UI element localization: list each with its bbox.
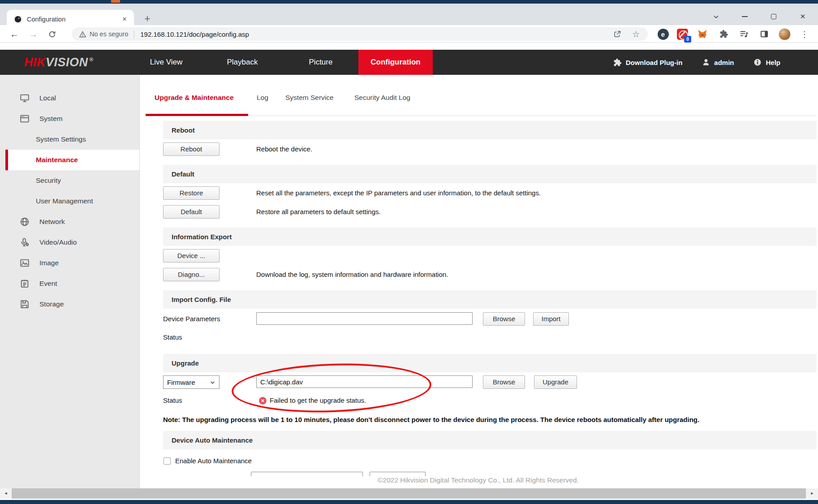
default-button[interactable]: Default — [163, 205, 220, 219]
sidebar-item-security[interactable]: Security — [0, 170, 139, 191]
monitor-icon — [20, 93, 30, 103]
tab-security-audit-log[interactable]: Security Audit Log — [354, 91, 410, 104]
extension-badge: 0 — [684, 36, 691, 43]
upgrade-type-select[interactable]: Firmware — [163, 375, 220, 389]
help-link[interactable]: Help — [766, 59, 780, 66]
window-frame-bottom — [0, 500, 818, 504]
upgrade-note: Note: The upgrading process will be 1 to… — [163, 416, 813, 423]
sidebar-item-user-management[interactable]: User Management — [0, 191, 139, 211]
section-header-upgrade: Upgrade — [163, 354, 817, 372]
import-browse-button[interactable]: Browse — [483, 312, 525, 326]
extension-e-icon[interactable]: e — [657, 28, 669, 40]
reboot-button[interactable]: Reboot — [163, 142, 220, 156]
window-close-button[interactable]: ✕ — [796, 11, 809, 22]
import-status-label: Status — [163, 331, 182, 344]
restore-description: Reset all the parameters, except the IP … — [256, 186, 541, 200]
extensions-puzzle-icon[interactable] — [718, 28, 730, 40]
window-minimize-button[interactable] — [738, 11, 751, 22]
app-header: HIKVISION® Live View Playback Picture Co… — [0, 50, 818, 75]
user-icon — [702, 58, 710, 66]
sidebar-item-local[interactable]: Local — [0, 88, 139, 108]
microphone-icon — [20, 237, 30, 247]
extension-adblock-icon[interactable]: 0 — [676, 28, 689, 40]
plugin-puzzle-icon — [613, 58, 622, 67]
sidebar-item-event[interactable]: Event — [0, 273, 139, 294]
image-icon — [20, 258, 30, 268]
storage-disk-icon — [20, 299, 30, 309]
side-panel-icon[interactable] — [758, 28, 771, 40]
diagnose-export-button[interactable]: Diagno... — [163, 268, 220, 281]
device-parameters-label: Device Parameters — [163, 312, 220, 326]
device-export-button[interactable]: Device ... — [163, 249, 220, 263]
upgrade-browse-button[interactable]: Browse — [483, 375, 525, 389]
sidebar-item-video-audio[interactable]: Video/Audio — [0, 232, 139, 253]
sidebar-item-storage[interactable]: Storage — [0, 294, 139, 314]
browser-menu-dots-icon[interactable]: ⋮ — [798, 28, 811, 40]
enable-auto-maintenance-checkbox[interactable] — [164, 457, 171, 465]
auto-maintenance-field-cutoff-2[interactable] — [370, 472, 426, 476]
upgrade-status-label: Status — [163, 394, 182, 407]
help-icon — [753, 58, 762, 66]
upgrade-button[interactable]: Upgrade — [534, 375, 577, 389]
scrollbar-right-arrow[interactable]: ► — [807, 488, 818, 499]
import-button[interactable]: Import — [533, 312, 569, 326]
browser-tab-strip: Configuration ✕ + ✕ — [0, 4, 818, 25]
system-window-icon — [20, 114, 30, 124]
reload-button[interactable] — [46, 28, 58, 40]
tab-log[interactable]: Log — [257, 91, 268, 104]
page-top-margin — [0, 43, 818, 50]
event-notepad-icon — [20, 279, 30, 289]
tab-close-icon[interactable]: ✕ — [121, 15, 129, 23]
new-tab-button[interactable]: + — [142, 13, 153, 25]
playlist-icon[interactable] — [738, 28, 750, 40]
security-warning-label[interactable]: No es seguro — [90, 30, 128, 38]
scrollbar-left-arrow[interactable]: ◄ — [0, 488, 11, 499]
enable-auto-maintenance-label: Enable Auto Maintenance — [175, 454, 252, 468]
download-plugin-link[interactable]: Download Plug-in — [626, 59, 683, 66]
tab-upgrade-maintenance[interactable]: Upgrade & Maintenance — [155, 91, 234, 104]
security-warning-icon — [79, 30, 86, 38]
browser-window: Configuration ✕ + ✕ ← → No es seguro 192… — [0, 0, 818, 504]
address-bar[interactable]: No es seguro 192.168.10.121/doc/page/con… — [72, 27, 648, 41]
forward-button: → — [27, 28, 39, 40]
user-name[interactable]: admin — [714, 59, 734, 66]
window-frame-top — [0, 0, 818, 4]
tab-search-chevron-icon[interactable] — [710, 11, 722, 22]
bookmark-star-icon[interactable]: ☆ — [632, 29, 640, 39]
device-parameters-input[interactable] — [256, 312, 473, 325]
section-header-reboot: Reboot — [163, 121, 817, 139]
sidebar: Local System System Settings Maintenance… — [0, 75, 140, 488]
default-description: Restore all parameters to default settin… — [256, 205, 381, 219]
section-header-information-export: Information Export — [163, 228, 817, 246]
active-tab-underline — [146, 114, 248, 116]
back-button[interactable]: ← — [8, 28, 21, 40]
hikvision-logo: HIKVISION® — [24, 50, 94, 75]
select-chevron-icon — [210, 379, 215, 385]
sidebar-item-system[interactable]: System — [0, 108, 139, 129]
section-header-auto-maintenance: Device Auto Maintenance — [163, 431, 817, 449]
auto-maintenance-field-cutoff[interactable] — [251, 472, 363, 476]
nav-picture[interactable]: Picture — [289, 50, 353, 75]
nav-live-view[interactable]: Live View — [134, 50, 198, 75]
share-icon[interactable] — [613, 30, 621, 38]
url-text[interactable]: 192.168.10.121/doc/page/config.asp — [140, 30, 249, 38]
extension-metamask-icon[interactable] — [696, 28, 709, 40]
tab-system-service[interactable]: System Service — [285, 91, 334, 104]
sidebar-item-network[interactable]: Network — [0, 211, 139, 232]
favicon-camera-icon — [13, 15, 22, 24]
section-header-default: Default — [163, 165, 817, 183]
horizontal-scrollbar-thumb[interactable] — [12, 488, 806, 499]
sidebar-item-system-settings[interactable]: System Settings — [0, 129, 139, 150]
profile-avatar[interactable] — [778, 28, 791, 40]
nav-playback[interactable]: Playback — [211, 50, 274, 75]
reboot-description: Reboot the device. — [256, 142, 312, 156]
omnibox-divider — [134, 30, 134, 38]
window-maximize-button[interactable] — [767, 11, 780, 22]
restore-button[interactable]: Restore — [163, 186, 220, 200]
nav-configuration[interactable]: Configuration — [358, 50, 433, 75]
sidebar-item-image[interactable]: Image — [0, 253, 139, 273]
globe-icon — [20, 217, 30, 227]
sidebar-item-maintenance[interactable]: Maintenance — [0, 150, 139, 170]
window-frame-artifact — [111, 0, 120, 3]
tab-title: Configuration — [27, 16, 121, 23]
